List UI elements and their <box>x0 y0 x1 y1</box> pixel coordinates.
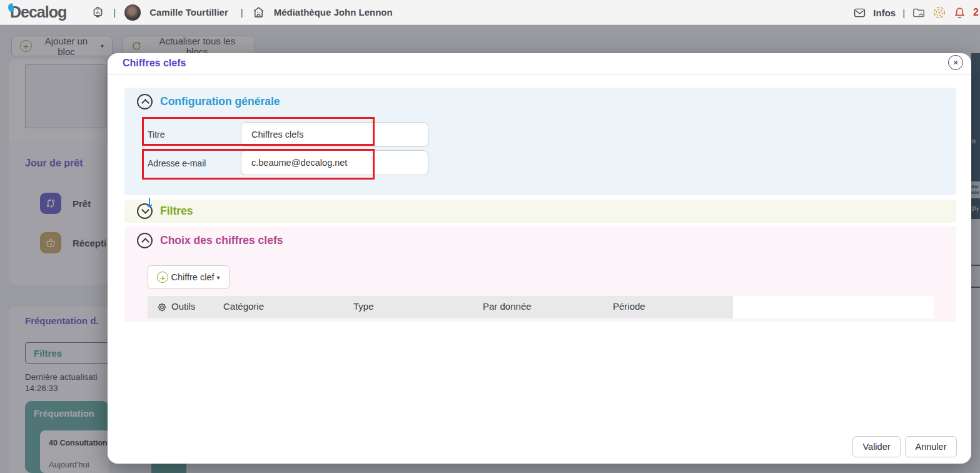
close-icon[interactable]: ✕ <box>948 55 963 70</box>
title-field-label: Titre <box>148 130 164 140</box>
infos-label[interactable]: Infos <box>873 8 896 18</box>
add-key-figure-label: Chiffre clef <box>171 272 214 282</box>
infos-envelope-icon[interactable] <box>853 6 866 19</box>
library-icon <box>252 6 265 19</box>
caret-down-icon: ▾ <box>217 274 220 281</box>
add-key-figure-button[interactable]: + Chiffre clef ▾ <box>148 265 230 289</box>
gear-icon[interactable] <box>156 302 168 313</box>
library-name[interactable]: Médiathèque John Lennon <box>274 7 393 18</box>
separator: | <box>241 7 243 18</box>
column-header-per-data[interactable]: Par donnée <box>483 301 532 312</box>
filters-section: Filtres <box>124 200 956 223</box>
chiffres-clefs-modal: Chiffres clefs ✕ Configuration générale … <box>108 53 971 464</box>
folder-icon[interactable] <box>912 6 926 19</box>
decalog-logo[interactable]: Decalog <box>10 3 66 21</box>
column-header-category[interactable]: Catégorie <box>223 301 264 312</box>
column-header-type[interactable]: Type <box>353 301 374 312</box>
empty-table-row <box>733 296 934 318</box>
email-field-input[interactable] <box>241 150 428 175</box>
cancel-button[interactable]: Annuler <box>905 436 957 457</box>
modal-title: Chiffres clefs <box>123 58 186 69</box>
device-dashboard-icon[interactable] <box>91 6 104 19</box>
separator: | <box>113 7 116 18</box>
support-rings-icon[interactable] <box>932 6 946 19</box>
user-name[interactable]: Camille Tourtillier <box>149 7 228 18</box>
column-header-period[interactable]: Période <box>613 301 645 312</box>
topbar: Decalog | Camille Tourtillier | Médiathè… <box>0 0 980 25</box>
key-figures-section: Choix des chiffres clefs + Chiffre clef … <box>124 226 956 322</box>
avatar[interactable] <box>124 4 141 21</box>
validate-button[interactable]: Valider <box>852 436 901 457</box>
column-header-tools[interactable]: Outils <box>171 301 195 312</box>
notification-count-badge[interactable]: 2 <box>973 7 979 18</box>
bell-icon[interactable] <box>953 6 966 19</box>
collapse-chevron-up-icon[interactable] <box>137 233 153 248</box>
cursor-arrow-icon <box>143 196 156 211</box>
separator: | <box>902 8 905 18</box>
email-field-label: Adresse e-mail <box>148 158 206 168</box>
key-figures-title: Choix des chiffres clefs <box>160 234 283 247</box>
logo-text: Decalog <box>10 3 66 21</box>
collapse-chevron-up-icon[interactable] <box>137 94 153 109</box>
plus-circle-icon: + <box>157 272 168 283</box>
filters-section-title: Filtres <box>160 205 193 218</box>
screen: + Ajouter un bloc ▾ Actualiser tous les … <box>0 0 980 473</box>
general-config-section: Configuration générale Titre Adresse e-m… <box>124 88 956 195</box>
key-figures-table-header: Outils Catégorie Type Par donnée Période <box>148 296 733 318</box>
modal-header: Chiffres clefs ✕ <box>108 53 971 75</box>
title-field-input[interactable] <box>241 122 428 147</box>
general-config-title: Configuration générale <box>160 95 280 108</box>
